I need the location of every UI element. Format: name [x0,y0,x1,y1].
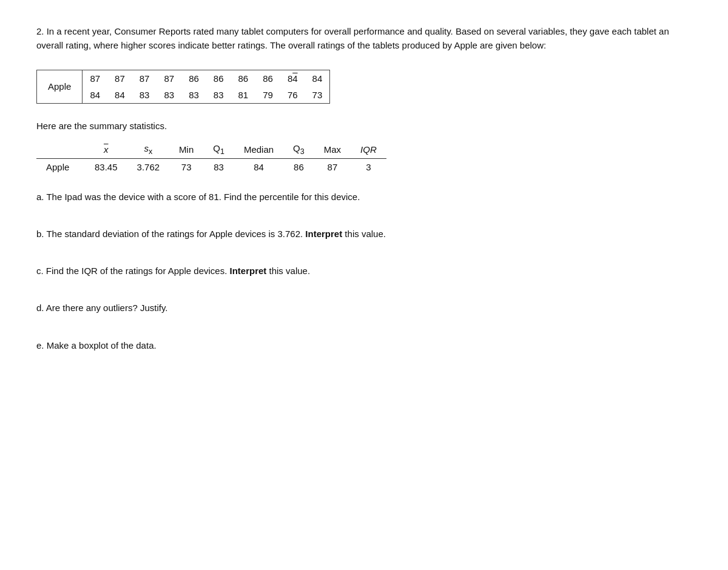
stats-col-sx: sx [127,141,170,159]
stats-brand-label: Apple [36,158,85,175]
r1c7: 86 [231,70,256,87]
part-e: e. Make a boxplot of the data. [36,338,692,352]
stats-xbar: 83.45 [85,158,127,175]
part-c-bold: Interpret [230,266,267,276]
question-body: In a recent year, Consumer Reports rated… [36,26,669,50]
r1c6: 86 [206,70,231,87]
data-row-top: Apple 87 87 87 87 86 86 86 86 84 84 [37,70,330,87]
stats-col-empty [36,141,85,159]
part-a: a. The Ipad was the device with a score … [36,190,692,204]
stats-col-median: Median [234,141,283,159]
part-c: c. Find the IQR of the ratings for Apple… [36,264,692,278]
stats-col-min: Min [169,141,203,159]
r1c9: 84 [280,70,305,87]
part-d: d. Are there any outliers? Justify. [36,301,692,315]
part-d-text: Are there any outliers? Justify. [46,303,168,313]
r2c1: 84 [83,87,107,104]
part-b-text-after: this value. [342,229,386,239]
question-text: 2. In a recent year, Consumer Reports ra… [36,24,692,53]
stats-iqr: 3 [351,158,386,175]
stats-table: x sx Min Q1 Median Q3 Max IQR Apple 83.4… [36,141,386,175]
part-b-label: b. [36,229,44,239]
part-b-text-before: The standard deviation of the ratings fo… [46,229,305,239]
r2c7: 81 [231,87,256,104]
r1c2: 87 [107,70,132,87]
r2c10: 73 [305,87,330,104]
brand-label-cell: Apple [37,70,83,103]
question-number: 2. [36,26,44,36]
part-c-text-after: this value. [266,266,310,276]
r1c8: 86 [255,70,280,87]
stats-q3: 86 [283,158,314,175]
part-e-text: Make a boxplot of the data. [47,340,157,350]
part-b: b. The standard deviation of the ratings… [36,227,692,241]
r1c4: 87 [157,70,181,87]
r2c3: 83 [132,87,157,104]
part-c-text-before: Find the IQR of the ratings for Apple de… [46,266,230,276]
r2c9: 76 [280,87,305,104]
stats-header-row: x sx Min Q1 Median Q3 Max IQR [36,141,386,159]
stats-data-row: Apple 83.45 3.762 73 83 84 86 87 3 [36,158,386,175]
stats-sx: 3.762 [127,158,170,175]
stats-median: 84 [234,158,283,175]
stats-min: 73 [169,158,203,175]
stats-col-q3: Q3 [283,141,314,159]
stats-col-q1: Q1 [203,141,234,159]
raw-data-table: Apple 87 87 87 87 86 86 86 86 84 84 84 8… [36,70,330,104]
part-a-text: The Ipad was the device with a score of … [46,192,360,202]
stats-col-xbar: x [85,141,127,159]
part-b-bold: Interpret [305,229,342,239]
summary-label: Here are the summary statistics. [36,121,692,131]
stats-col-max: Max [314,141,351,159]
r1c1: 87 [83,70,107,87]
r2c6: 83 [206,87,231,104]
stats-q1: 83 [203,158,234,175]
r1c5: 86 [181,70,206,87]
r2c8: 79 [255,87,280,104]
part-e-label: e. [36,340,44,350]
part-d-label: d. [36,303,44,313]
stats-col-iqr: IQR [351,141,386,159]
stats-max: 87 [314,158,351,175]
part-c-label: c. [36,266,44,276]
r1c10: 84 [305,70,330,87]
r1c3: 87 [132,70,157,87]
r2c2: 84 [107,87,132,104]
part-a-label: a. [36,192,44,202]
r2c5: 83 [181,87,206,104]
r2c4: 83 [157,87,181,104]
